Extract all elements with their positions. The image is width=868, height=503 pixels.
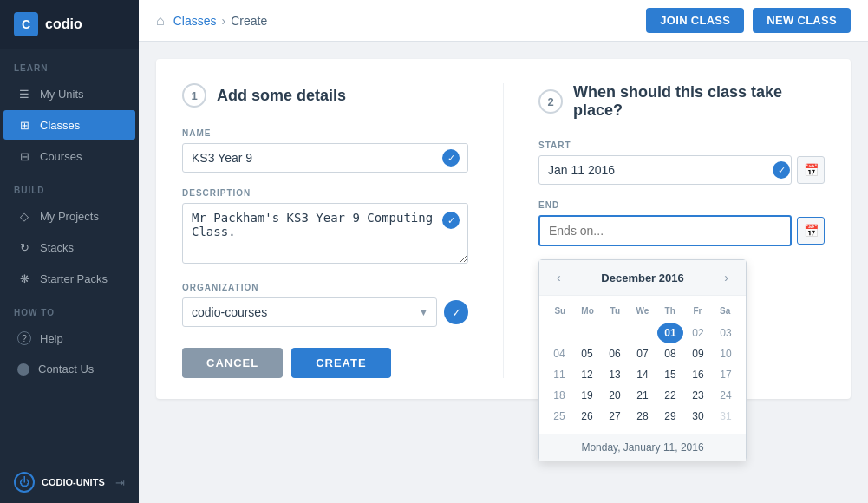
cal-day-15[interactable]: 15 <box>657 364 683 385</box>
start-label: START <box>538 140 825 150</box>
form-card: 1 Add some details NAME ✓ DESCRIPTION <box>156 59 851 399</box>
cancel-button[interactable]: CANCEL <box>182 348 283 378</box>
description-label: DESCRIPTION <box>182 188 468 198</box>
sidebar-item-my-projects[interactable]: ◇ My Projects <box>3 201 135 231</box>
sidebar-item-my-units[interactable]: ☰ My Units <box>3 79 135 108</box>
calendar-next-button[interactable]: › <box>719 269 734 286</box>
sidebar-user[interactable]: ⏻ CODIO-UNITS ⇥ <box>0 461 139 503</box>
sidebar-item-stacks[interactable]: ↻ Stacks <box>3 232 135 262</box>
dow-th: Th <box>656 303 684 319</box>
breadcrumb-parent[interactable]: Classes <box>173 14 217 28</box>
sidebar-item-label: Classes <box>40 119 80 132</box>
app-name: codio <box>45 16 82 32</box>
name-input-wrapper: ✓ <box>182 143 468 173</box>
end-date-wrapper: 📅 <box>538 215 825 246</box>
cal-day-02[interactable]: 02 <box>685 323 711 343</box>
cal-day-10[interactable]: 10 <box>713 343 739 364</box>
end-calendar-button[interactable]: 📅 <box>797 217 825 245</box>
projects-icon: ◇ <box>17 209 31 223</box>
cal-day-21[interactable]: 21 <box>630 385 656 406</box>
join-class-button[interactable]: JOIN CLASS <box>646 8 744 33</box>
name-label: NAME <box>182 128 468 138</box>
cal-day-12[interactable]: 12 <box>574 364 600 385</box>
sidebar-item-classes[interactable]: ⊞ Classes <box>3 110 135 140</box>
cal-day-09[interactable]: 09 <box>685 343 711 364</box>
form-columns: 1 Add some details NAME ✓ DESCRIPTION <box>182 83 825 378</box>
cal-day-29[interactable]: 29 <box>657 406 683 427</box>
sidebar-item-starter-packs[interactable]: ❋ Starter Packs <box>3 264 135 293</box>
cal-day-28[interactable]: 28 <box>630 406 656 427</box>
sidebar-item-label: Starter Packs <box>40 272 108 285</box>
name-check-icon: ✓ <box>442 149 460 167</box>
calendar-dropdown: ‹ December 2016 › Su Mo Tu We T <box>538 259 747 461</box>
new-class-button[interactable]: NEW CLASS <box>753 8 851 33</box>
organization-select[interactable]: codio-courses <box>182 297 437 327</box>
cal-day-01[interactable]: 01 <box>657 323 683 343</box>
end-date-input[interactable] <box>538 215 792 246</box>
cal-day-07[interactable]: 07 <box>630 343 656 364</box>
cal-day-04[interactable]: 04 <box>546 343 572 364</box>
start-field: START ✓ 📅 <box>538 140 825 185</box>
cal-day-14[interactable]: 14 <box>630 364 656 385</box>
cal-day-22[interactable]: 22 <box>657 385 683 406</box>
cal-day-17[interactable]: 17 <box>713 364 739 385</box>
cal-day-19[interactable]: 19 <box>574 385 600 406</box>
sidebar-item-courses[interactable]: ⊟ Courses <box>3 141 135 171</box>
cal-day-08[interactable]: 08 <box>657 343 683 364</box>
cal-week-3: 11 12 13 14 15 16 17 <box>546 364 739 385</box>
description-field: DESCRIPTION Mr Packham's KS3 Year 9 Comp… <box>182 188 468 267</box>
description-input[interactable]: Mr Packham's KS3 Year 9 Computing Class. <box>182 203 468 264</box>
start-date-input[interactable] <box>538 155 792 185</box>
sidebar-item-contact-us[interactable]: Contact Us <box>3 355 135 383</box>
step1-header: 1 Add some details <box>182 83 468 108</box>
cal-day-11[interactable]: 11 <box>546 364 572 385</box>
cal-day-empty <box>546 323 572 343</box>
cal-day-18[interactable]: 18 <box>546 385 572 406</box>
cal-day-26[interactable]: 26 <box>574 406 600 427</box>
dow-mo: Mo <box>574 303 602 319</box>
cal-day-24[interactable]: 24 <box>713 385 739 406</box>
dow-su: Su <box>546 303 574 319</box>
calendar-month-year: December 2016 <box>601 271 683 284</box>
organization-label: ORGANIZATION <box>182 283 468 292</box>
sidebar-item-help[interactable]: ? Help <box>3 323 135 353</box>
cal-week-4: 18 19 20 21 22 23 24 <box>546 385 739 406</box>
breadcrumb-separator: › <box>221 14 225 28</box>
calendar-prev-button[interactable]: ‹ <box>551 269 566 286</box>
step2-title: When should this class take place? <box>573 83 825 120</box>
cal-day-27[interactable]: 27 <box>602 406 628 427</box>
page-content: 1 Add some details NAME ✓ DESCRIPTION <box>139 42 868 503</box>
export-icon[interactable]: ⇥ <box>115 476 125 489</box>
description-input-wrapper: Mr Packham's KS3 Year 9 Computing Class.… <box>182 203 468 267</box>
name-input[interactable] <box>182 143 468 173</box>
topbar-actions: JOIN CLASS NEW CLASS <box>646 8 851 33</box>
start-calendar-button[interactable]: 📅 <box>797 156 825 184</box>
create-button[interactable]: CREATE <box>291 348 390 378</box>
cal-day-06[interactable]: 06 <box>602 343 628 364</box>
sidebar-item-label: My Projects <box>40 210 99 223</box>
cal-day-16[interactable]: 16 <box>685 364 711 385</box>
calendar-footer: Monday, January 11, 2016 <box>539 434 746 461</box>
step2-header: 2 When should this class take place? <box>538 83 825 120</box>
sidebar-item-label: Courses <box>40 150 82 163</box>
sidebar-item-label: Contact Us <box>38 363 94 376</box>
stacks-icon: ↻ <box>17 240 31 254</box>
cal-day-13[interactable]: 13 <box>602 364 628 385</box>
name-field: NAME ✓ <box>182 128 468 173</box>
list-icon: ☰ <box>17 87 31 101</box>
home-icon: ⌂ <box>156 13 165 29</box>
cal-day-30[interactable]: 30 <box>685 406 711 427</box>
cal-day-empty <box>630 323 656 343</box>
dow-tu: Tu <box>601 303 629 319</box>
how-to-section-label: HOW TO <box>0 294 139 323</box>
cal-day-23[interactable]: 23 <box>685 385 711 406</box>
cal-day-20[interactable]: 20 <box>602 385 628 406</box>
organization-field: ORGANIZATION codio-courses ▼ ✓ <box>182 283 468 327</box>
cal-day-25[interactable]: 25 <box>546 406 572 427</box>
form-right-column: 2 When should this class take place? STA… <box>504 83 825 378</box>
cal-day-05[interactable]: 05 <box>574 343 600 364</box>
courses-icon: ⊟ <box>17 149 31 163</box>
cal-day-empty <box>602 323 628 343</box>
cal-day-03[interactable]: 03 <box>713 323 739 343</box>
start-date-wrapper: ✓ 📅 <box>538 155 825 185</box>
